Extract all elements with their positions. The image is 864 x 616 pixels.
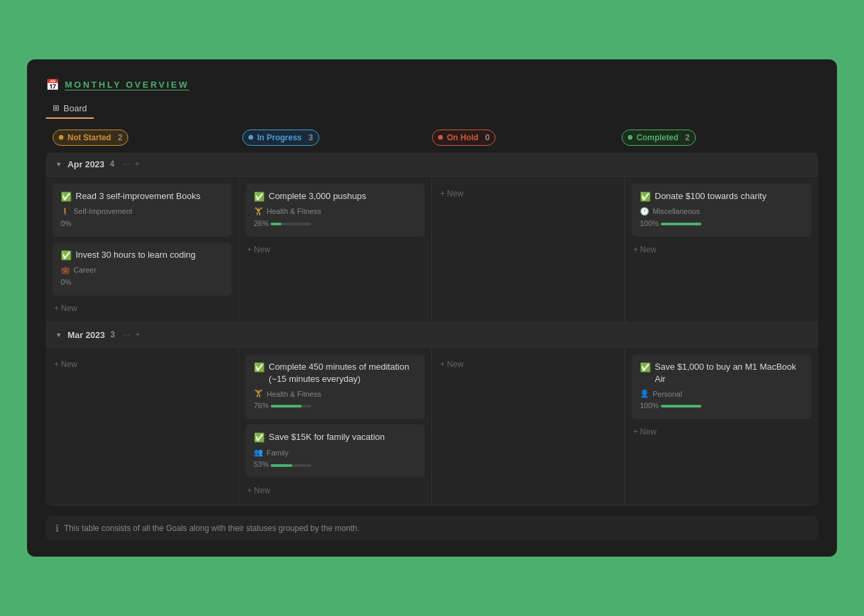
check-icon-donate: ✅ (640, 191, 651, 203)
mar-columns-grid: + New ✅ Complete 450 minutes of meditati… (46, 347, 818, 505)
tag-icon-learn-coding: 💼 (61, 266, 70, 275)
check-icon-pushups: ✅ (254, 191, 265, 203)
new-btn-apr-on-hold[interactable]: + New (439, 186, 464, 201)
col-label-completed: Completed (637, 133, 678, 142)
check-icon-macbook: ✅ (640, 362, 651, 374)
new-btn-mar-not-started[interactable]: + New (53, 357, 78, 372)
mar-in-progress-cell: ✅ Complete 450 minutes of meditation (~1… (239, 347, 432, 505)
card-title-meditation: ✅ Complete 450 minutes of meditation (~1… (254, 361, 416, 385)
tag-icon-meditation: 🏋 (254, 389, 263, 398)
board-icon: ⊞ (53, 103, 59, 113)
new-btn-mar-completed[interactable]: + New (632, 424, 657, 439)
card-learn-coding[interactable]: ✅ Invest 30 hours to learn coding 💼 Care… (53, 242, 232, 296)
page-header: 📅 MONTHLY OVERVIEW (46, 78, 818, 91)
card-vacation[interactable]: ✅ Save $15K for family vacation 👥 Family… (246, 424, 425, 478)
card-donate[interactable]: ✅ Donate $100 towards charity 🕐 Miscella… (632, 184, 811, 237)
tag-label-meditation: Health & Fitness (267, 390, 321, 398)
group-add-apr[interactable]: + (135, 159, 140, 169)
card-title-donate: ✅ Donate $100 towards charity (640, 190, 803, 203)
card-text-donate: Donate $100 towards charity (655, 190, 766, 202)
progress-text-donate: 100% (640, 219, 803, 227)
card-read-books[interactable]: ✅ Read 3 self-improvement Books 🚶 Self-I… (53, 184, 232, 237)
new-btn-apr-not-started[interactable]: + New (53, 301, 78, 316)
main-container: 📅 MONTHLY OVERVIEW ⊞ Board Not Started 2… (27, 59, 837, 557)
card-macbook[interactable]: ✅ Save $1,000 to buy an M1 MacBook Air 👤… (632, 354, 811, 419)
col-label-in-progress: In Progress (257, 133, 302, 142)
card-meditation[interactable]: ✅ Complete 450 minutes of meditation (~1… (246, 354, 425, 419)
tag-icon-read-books: 🚶 (61, 207, 70, 216)
page-title: MONTHLY OVERVIEW (65, 80, 189, 90)
card-tag-vacation: 👥 Family (254, 448, 416, 457)
group-toggle-mar[interactable]: ▼ (55, 331, 62, 339)
mar-completed-cell: ✅ Save $1,000 to buy an M1 MacBook Air 👤… (625, 347, 818, 505)
dot-completed (628, 135, 632, 140)
tag-icon-pushups: 🏋 (254, 207, 263, 216)
progress-fill-macbook (661, 405, 701, 408)
progress-track-meditation (271, 405, 311, 408)
tag-label-macbook: Personal (653, 390, 682, 398)
group-label-mar: Mar 2023 (68, 330, 105, 340)
new-btn-apr-completed[interactable]: + New (632, 242, 657, 257)
new-btn-mar-in-progress[interactable]: + New (246, 483, 271, 498)
col-label-on-hold: On Hold (447, 133, 479, 142)
card-tag-donate: 🕐 Miscellaneous (640, 207, 803, 216)
progress-text-read-books: 0% (61, 219, 223, 227)
dot-not-started (59, 135, 63, 140)
group-toggle-apr[interactable]: ▼ (55, 161, 62, 168)
progress-text-learn-coding: 0% (61, 278, 223, 286)
tag-label-vacation: Family (267, 449, 288, 457)
check-icon-vacation: ✅ (254, 432, 265, 444)
tab-board-label: Board (63, 103, 87, 113)
tag-label-pushups: Health & Fitness (267, 207, 321, 215)
new-btn-apr-in-progress[interactable]: + New (246, 242, 271, 257)
check-icon-read-books: ✅ (61, 191, 72, 203)
card-text-learn-coding: Invest 30 hours to learn coding (76, 249, 196, 261)
group-count-mar: 3 (111, 330, 115, 339)
card-text-meditation: Complete 450 minutes of meditation (~15 … (269, 361, 416, 385)
card-text-pushups: Complete 3,000 pushups (269, 190, 367, 202)
progress-fill-meditation (271, 405, 302, 408)
progress-text-macbook: 100% (640, 401, 803, 410)
tab-board[interactable]: ⊞ Board (46, 99, 94, 119)
group-mar-2023: ▼ Mar 2023 3 ··· + + New ✅ (46, 323, 818, 506)
col-header-completed: Completed 2 (622, 130, 811, 150)
apr-completed-cell: ✅ Donate $100 towards charity 🕐 Miscella… (625, 177, 818, 323)
progress-track-pushups (271, 223, 311, 225)
info-icon: ℹ (55, 523, 59, 534)
card-pushups[interactable]: ✅ Complete 3,000 pushups 🏋 Health & Fitn… (246, 184, 425, 237)
new-btn-mar-on-hold[interactable]: + New (439, 357, 464, 372)
apr-columns-grid: ✅ Read 3 self-improvement Books 🚶 Self-I… (46, 177, 818, 323)
apr-in-progress-cell: ✅ Complete 3,000 pushups 🏋 Health & Fitn… (239, 177, 432, 323)
group-actions-mar: ··· + (123, 330, 140, 339)
apr-on-hold-cell: + New (432, 177, 625, 323)
column-headers: Not Started 2 In Progress 3 On Hold 0 Co… (46, 130, 818, 150)
col-header-in-progress: In Progress 3 (242, 130, 432, 150)
check-icon-learn-coding: ✅ (61, 250, 72, 262)
col-label-not-started: Not Started (68, 133, 111, 142)
check-icon-meditation: ✅ (254, 362, 265, 374)
progress-text-meditation: 76% (254, 401, 416, 410)
progress-fill-donate (661, 223, 701, 225)
group-menu-apr[interactable]: ··· (123, 159, 130, 169)
card-title-learn-coding: ✅ Invest 30 hours to learn coding (61, 249, 223, 262)
col-count-on-hold: 0 (485, 133, 490, 142)
card-tag-read-books: 🚶 Self-Improvement (61, 207, 223, 216)
progress-track-donate (661, 223, 701, 225)
card-title-pushups: ✅ Complete 3,000 pushups (254, 190, 416, 203)
tag-label-donate: Miscellaneous (653, 207, 700, 215)
tag-icon-donate: 🕐 (640, 207, 649, 216)
card-title-macbook: ✅ Save $1,000 to buy an M1 MacBook Air (640, 361, 803, 385)
group-add-mar[interactable]: + (135, 330, 140, 339)
group-label-apr: Apr 2023 (68, 159, 105, 169)
footer-info-text: This table consists of all the Goals alo… (64, 524, 360, 533)
group-count-apr: 4 (110, 159, 115, 169)
card-text-read-books: Read 3 self-improvement Books (76, 190, 200, 202)
group-menu-mar[interactable]: ··· (123, 330, 130, 339)
dot-in-progress (248, 135, 253, 140)
dot-on-hold (438, 135, 443, 140)
card-tag-learn-coding: 💼 Career (61, 266, 223, 275)
col-count-not-started: 2 (118, 133, 123, 142)
calendar-icon: 📅 (46, 78, 59, 91)
card-title-vacation: ✅ Save $15K for family vacation (254, 431, 416, 444)
group-actions-apr: ··· + (123, 159, 140, 169)
